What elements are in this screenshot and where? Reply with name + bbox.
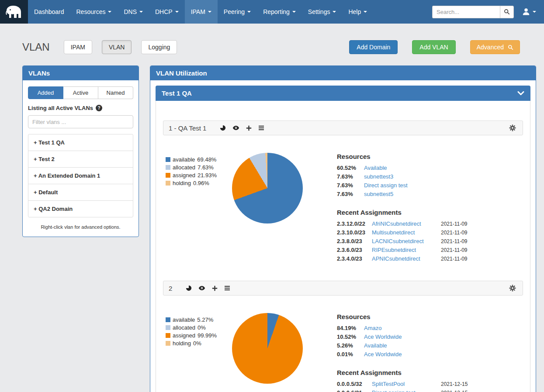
vlan-list-item[interactable]: + An Extended Domain 1 bbox=[28, 168, 133, 184]
vlan-chart-row: available5.27% allocated0% assigned99.99… bbox=[163, 296, 523, 392]
legend-label: assigned bbox=[173, 332, 195, 339]
assignment-date: 2021-11-09 bbox=[441, 238, 520, 244]
nav-settings[interactable]: Settings bbox=[302, 0, 343, 24]
user-menu[interactable] bbox=[519, 7, 539, 16]
plus-icon[interactable] bbox=[211, 285, 219, 292]
nav-help[interactable]: Help bbox=[342, 0, 373, 24]
assignment-date: 2021-11-09 bbox=[441, 230, 520, 236]
elephant-logo-icon bbox=[5, 4, 23, 20]
nav-resources[interactable]: Resources bbox=[70, 0, 118, 24]
vlan-list-item[interactable]: + Test 2 bbox=[28, 151, 133, 168]
nav-dashboard[interactable]: Dashboard bbox=[28, 0, 70, 24]
resource-link[interactable]: Available bbox=[364, 165, 387, 171]
vlan-list-item[interactable]: + QA2 Domain bbox=[28, 201, 133, 217]
nav-label: Peering bbox=[224, 8, 245, 15]
legend-swatch bbox=[166, 181, 170, 186]
nav-reporting[interactable]: Reporting bbox=[257, 0, 302, 24]
assignment-link[interactable]: Multisubnetdirect bbox=[372, 229, 437, 236]
domain-title: Test 1 QA bbox=[162, 89, 192, 97]
recent-assignments-heading: Recent Assignments bbox=[337, 369, 520, 376]
assignment-link[interactable]: Direct assign test bbox=[372, 389, 437, 392]
tab-active[interactable]: Active bbox=[63, 86, 98, 99]
vlan-name: 2 bbox=[169, 285, 172, 292]
vlan-section-2: 2 bbox=[163, 281, 523, 392]
gear-icon[interactable] bbox=[508, 124, 517, 132]
list-icon[interactable] bbox=[223, 285, 232, 292]
nav-dns[interactable]: DNS bbox=[118, 0, 149, 24]
resource-pct: 10.52% bbox=[337, 334, 360, 340]
resource-pct: 7.63% bbox=[337, 182, 360, 189]
resource-link[interactable]: subnettest3 bbox=[364, 173, 393, 180]
legend-swatch bbox=[166, 333, 170, 338]
app-logo[interactable] bbox=[0, 0, 28, 24]
eye-icon[interactable] bbox=[197, 285, 207, 292]
nav-ipam[interactable]: IPAM bbox=[185, 0, 218, 24]
list-icon[interactable] bbox=[257, 124, 266, 131]
resource-link[interactable]: Direct assign test bbox=[364, 182, 408, 189]
chevron-down-icon bbox=[517, 91, 524, 96]
tab-logging[interactable]: Logging bbox=[141, 40, 177, 54]
legend-label: assigned bbox=[173, 172, 195, 179]
vlans-panel: VLANs Added Active Named Listing all Act… bbox=[22, 65, 139, 237]
assignment-link[interactable]: LACNICsubnetdirect bbox=[372, 238, 437, 244]
resource-link[interactable]: Amazo bbox=[364, 325, 381, 331]
domain-panel-body: 1 - QA Test 1 bbox=[156, 101, 530, 392]
domain-panel-header[interactable]: Test 1 QA bbox=[156, 86, 530, 101]
pie-legend: available69.48% allocated7.63% assigned2… bbox=[166, 156, 232, 188]
assignment-date: 2021-11-09 bbox=[441, 256, 520, 262]
nav-dhcp[interactable]: DHCP bbox=[149, 0, 185, 24]
tab-named[interactable]: Named bbox=[98, 86, 133, 99]
search-input[interactable] bbox=[432, 6, 500, 18]
advanced-button[interactable]: Advanced bbox=[470, 40, 520, 54]
eye-icon[interactable] bbox=[231, 124, 241, 131]
legend-label: allocated bbox=[173, 324, 195, 331]
caret-down-icon bbox=[208, 11, 211, 13]
search-icon bbox=[504, 9, 510, 15]
resource-link[interactable]: Ace Worldwide bbox=[364, 334, 402, 340]
legend-swatch bbox=[166, 317, 170, 322]
legend-label: allocated bbox=[173, 164, 195, 171]
resource-link[interactable]: Available bbox=[364, 342, 387, 349]
tab-vlan[interactable]: VLAN bbox=[102, 40, 132, 54]
vlan-filter-input[interactable] bbox=[28, 115, 133, 128]
pie-chart-icon[interactable] bbox=[218, 124, 227, 132]
assignment-cidr: 2.3.10.0/23 bbox=[337, 229, 368, 236]
assignment-link[interactable]: SplitTestPool bbox=[372, 381, 437, 387]
assignment-link[interactable]: AfriNICsubnetdirect bbox=[372, 220, 437, 227]
pie-chart-icon[interactable] bbox=[184, 284, 193, 292]
nav-label: Help bbox=[348, 8, 361, 15]
assignment-link[interactable]: APNICsubnetdirect bbox=[372, 255, 437, 262]
advanced-label: Advanced bbox=[477, 44, 504, 51]
assignment-link[interactable]: RIPEsubnetdirect bbox=[372, 247, 437, 253]
vlan-section-1: 1 - QA Test 1 bbox=[163, 120, 523, 264]
caret-down-icon bbox=[292, 11, 296, 13]
legend-swatch bbox=[166, 341, 170, 346]
search-icon bbox=[508, 45, 513, 50]
legend-pct: 7.63% bbox=[198, 164, 214, 171]
search-button[interactable] bbox=[500, 6, 514, 18]
nav-label: IPAM bbox=[191, 8, 205, 15]
vlan-utilization-panel: VLAN Utilization Test 1 QA 1 - QA Test 1 bbox=[150, 65, 536, 392]
pie-legend: available5.27% allocated0% assigned99.99… bbox=[166, 316, 232, 348]
tab-added[interactable]: Added bbox=[28, 86, 63, 99]
page-header: VLAN IPAM VLAN Logging Add Domain Add VL… bbox=[22, 40, 520, 54]
vlan-list-item[interactable]: + Test 1 QA bbox=[28, 134, 133, 151]
help-icon[interactable]: ? bbox=[96, 105, 102, 111]
assignment-cidr: 2.3.4.0/23 bbox=[337, 255, 368, 262]
legend-pct: 99.99% bbox=[198, 332, 217, 339]
user-icon bbox=[522, 7, 530, 16]
nav-peering[interactable]: Peering bbox=[218, 0, 257, 24]
resource-pct: 0.01% bbox=[337, 351, 360, 358]
gear-icon[interactable] bbox=[508, 284, 517, 292]
legend-label: available bbox=[173, 316, 195, 323]
plus-icon[interactable] bbox=[245, 124, 253, 132]
add-domain-button[interactable]: Add Domain bbox=[349, 40, 398, 54]
add-vlan-button[interactable]: Add VLAN bbox=[412, 40, 455, 54]
tab-ipam[interactable]: IPAM bbox=[64, 40, 92, 54]
vlan-list-item[interactable]: + Default bbox=[28, 184, 133, 201]
assignment-date: 2021-11-09 bbox=[441, 247, 520, 253]
resource-link[interactable]: subnettest5 bbox=[364, 191, 393, 197]
legend-pct: 5.27% bbox=[197, 316, 213, 323]
resource-link[interactable]: Ace Worldwide bbox=[364, 351, 402, 358]
content: VLANs Added Active Named Listing all Act… bbox=[22, 65, 520, 392]
